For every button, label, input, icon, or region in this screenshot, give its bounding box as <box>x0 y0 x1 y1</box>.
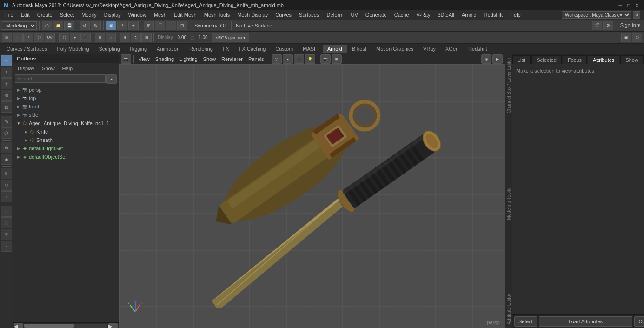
scale-tool[interactable]: ⊡ <box>1 101 12 113</box>
vp-menu-view[interactable]: View <box>136 55 152 63</box>
misc-btn-3[interactable]: ⊞ <box>1 229 12 240</box>
undo-btn[interactable]: ↺ <box>80 21 90 30</box>
outliner-menu-show[interactable]: Show <box>39 65 58 72</box>
vp-wireframe-btn[interactable]: ⬡ <box>272 54 282 64</box>
vp-grid-btn[interactable]: ⊞ <box>332 54 342 64</box>
wireframe-btn[interactable]: ⬡ <box>59 33 69 42</box>
vp-filmgate-btn[interactable]: ▶ <box>492 54 503 64</box>
transform-tool-btn[interactable]: ⊕ <box>120 33 130 42</box>
soft-select-btn[interactable]: ○ <box>106 33 116 42</box>
right-tab-focus[interactable]: Focus <box>563 55 587 64</box>
tab-curves-surfaces[interactable]: Curves / Surfaces <box>2 45 52 53</box>
texture-btn[interactable]: ⬛ <box>80 33 91 42</box>
display-x-input[interactable] <box>174 34 190 41</box>
rotate-tool[interactable]: ↻ <box>1 90 12 101</box>
outliner-search-input[interactable] <box>15 74 106 83</box>
tree-item-knife-group[interactable]: ▼ ⬡ Aged_Antique_Diving_Knife_nc1_1 <box>14 119 118 127</box>
lasso-tool[interactable]: ⌖ <box>1 67 12 78</box>
outliner-menu-help[interactable]: Help <box>60 65 76 72</box>
save-scene-btn[interactable]: 💾 <box>64 21 74 30</box>
menu-create[interactable]: Create <box>34 11 56 19</box>
right-tab-selected[interactable]: Selected <box>531 55 562 64</box>
paint-tool[interactable]: ✎ <box>1 116 12 127</box>
tab-redshift[interactable]: Redshift <box>464 45 491 53</box>
tab-xgen[interactable]: XGen <box>441 45 463 53</box>
snap-to-grid-btn[interactable]: ⊞ <box>95 33 105 42</box>
vp-camera-btn[interactable]: 📷 <box>320 54 331 64</box>
outliner-filter-btn[interactable]: ▾ <box>106 74 117 84</box>
viewport-cam-btn[interactable]: 📷 <box>121 54 131 64</box>
menu-mesh[interactable]: Mesh <box>151 11 170 19</box>
maximize-button[interactable]: □ <box>625 2 632 8</box>
right-tab-attributes[interactable]: Attributes <box>588 55 619 64</box>
tab-animation[interactable]: Animation <box>152 45 184 53</box>
vp-menu-show[interactable]: Show <box>201 55 219 63</box>
tab-mash[interactable]: MASH <box>298 45 322 53</box>
render-settings-btn[interactable]: ⚙ <box>603 21 613 30</box>
menu-curves[interactable]: Curves <box>272 11 295 19</box>
tab-vray[interactable]: VRay <box>418 45 440 53</box>
outliner-scrollbar[interactable]: ◀ ▶ <box>13 322 119 328</box>
tree-item-default-object-set[interactable]: ▶ ◈ defaultObjectSet <box>14 153 118 161</box>
menu-window[interactable]: Window <box>125 11 150 19</box>
tree-item-sheath[interactable]: ▶ ⬡ Sheath <box>14 136 118 144</box>
snap-surface-btn[interactable]: ⊡ <box>177 21 187 30</box>
edge-mode-btn[interactable]: / <box>23 33 33 42</box>
minimize-button[interactable]: ─ <box>617 2 624 8</box>
display-scale-input[interactable] <box>195 34 211 41</box>
workspace-settings[interactable]: ⚙ <box>633 11 640 19</box>
anim-layer-btn[interactable]: ♪ <box>1 191 12 202</box>
tab-rigging[interactable]: Rigging <box>125 45 152 53</box>
menu-edit-mesh[interactable]: Edit Mesh <box>171 11 200 19</box>
rotate-tool-btn[interactable]: ↻ <box>131 33 141 42</box>
hide-btn[interactable]: ◈ <box>1 154 12 165</box>
menu-uv[interactable]: UV <box>348 11 361 19</box>
snap-mode-btn[interactable]: ⊕ <box>1 142 12 153</box>
vp-menu-renderer[interactable]: Renderer <box>219 55 245 63</box>
new-scene-btn[interactable]: ⬡ <box>42 21 52 30</box>
select-tool[interactable]: ↖ <box>1 55 12 66</box>
uvmap-btn[interactable]: UV <box>45 33 55 42</box>
face-mode-btn[interactable]: ⬡ <box>34 33 44 42</box>
viewport-canvas[interactable]: persp X Y Z <box>119 64 505 328</box>
menu-mesh-tools[interactable]: Mesh Tools <box>201 11 233 19</box>
tab-sculpting[interactable]: Sculpting <box>94 45 125 53</box>
menu-generate[interactable]: Generate <box>362 11 390 19</box>
tree-item-front[interactable]: ▶ 📷 front <box>14 102 118 111</box>
misc-btn-2[interactable]: ⬛ <box>1 217 12 228</box>
vp-light-btn[interactable]: 💡 <box>305 54 315 64</box>
misc-btn-1[interactable]: ⬚ <box>1 206 12 217</box>
render-frame-btn[interactable]: 🎬 <box>592 21 602 30</box>
move-tool[interactable]: ✛ <box>1 78 12 89</box>
menu-edit[interactable]: Edit <box>18 11 33 19</box>
menu-surfaces[interactable]: Surfaces <box>296 11 322 19</box>
scrollbar-thumb[interactable] <box>24 324 74 328</box>
display-layer-btn[interactable]: ▤ <box>1 168 12 179</box>
sculpt-tool[interactable]: ⬡ <box>1 127 12 139</box>
tree-item-persp[interactable]: ▶ 📷 persp <box>14 86 118 94</box>
workspace-selector[interactable]: Workspace : Maya Classic▾ <box>562 11 631 19</box>
lasso-mode-btn[interactable]: ⌖ <box>117 21 127 30</box>
tree-item-top[interactable]: ▶ 📷 top <box>14 94 118 102</box>
vp-menu-shading[interactable]: Shading <box>153 55 176 63</box>
open-scene-btn[interactable]: 📁 <box>53 21 63 30</box>
redo-btn[interactable]: ↻ <box>91 21 101 30</box>
vp-isolate-btn[interactable]: ◉ <box>481 54 491 64</box>
menu-select[interactable]: Select <box>57 11 78 19</box>
vp-smooth-btn[interactable]: ● <box>283 54 293 64</box>
scrollbar-right-btn[interactable]: ▶ <box>108 323 118 328</box>
menu-modify[interactable]: Modify <box>78 11 100 19</box>
menu-mesh-display[interactable]: Mesh Display <box>234 11 271 19</box>
snap-point-btn[interactable]: · <box>166 21 176 30</box>
vp-menu-lighting[interactable]: Lighting <box>177 55 200 63</box>
menu-cache[interactable]: Cache <box>391 11 412 19</box>
vp-texture-btn[interactable]: ⬛ <box>294 54 304 64</box>
close-button[interactable]: ✕ <box>634 2 640 8</box>
tab-fx-caching[interactable]: FX Caching <box>234 45 270 53</box>
tab-rendering[interactable]: Rendering <box>185 45 218 53</box>
menu-vray[interactable]: V-Ray <box>413 11 434 19</box>
tab-bifrost[interactable]: Bifrost <box>347 45 371 53</box>
tab-poly-modeling[interactable]: Poly Modeling <box>52 45 93 53</box>
menu-arnold[interactable]: Arnold <box>458 11 480 19</box>
tab-custom[interactable]: Custom <box>271 45 298 53</box>
